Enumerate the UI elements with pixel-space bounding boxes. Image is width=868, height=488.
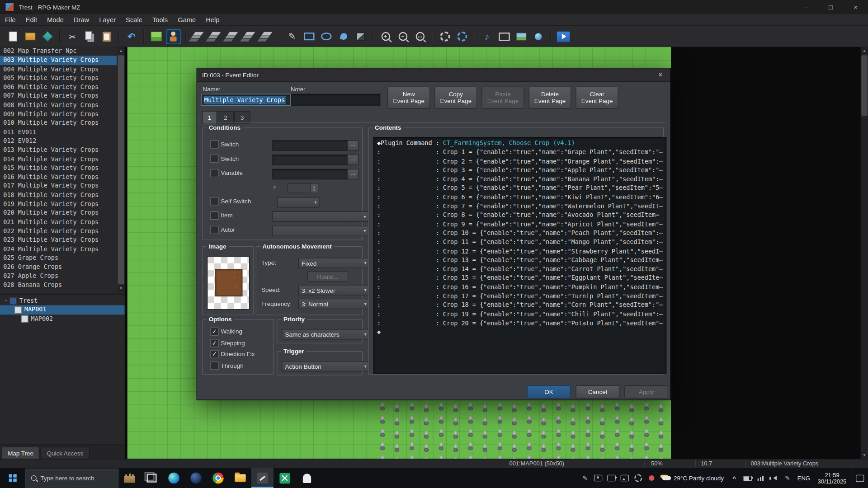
event-list-item[interactable]: 012 EV012 xyxy=(0,137,125,146)
command-continuation-line[interactable]: : : Crop 12 = {"enable":"true","name":"S… xyxy=(377,247,663,256)
touch-tray-button[interactable]: ✎ xyxy=(781,468,794,488)
layer-4-button[interactable] xyxy=(259,29,274,44)
trigger-dropdown[interactable]: Action Button▾ xyxy=(282,361,369,371)
command-continuation-line[interactable]: : : Crop 10 = {"enable":"true","name":"P… xyxy=(377,229,663,238)
scroll-down-icon[interactable]: ▼ xyxy=(118,285,125,292)
event-list-item[interactable]: 006 Multiple Variety Crops xyxy=(0,83,125,92)
event-list-item[interactable]: 008 Multiple Variety Crops xyxy=(0,101,125,110)
switch2-field[interactable] xyxy=(272,155,348,165)
taskbar-search[interactable]: Type here to search xyxy=(25,469,118,488)
resource-manager-button[interactable] xyxy=(514,29,528,44)
cancel-button[interactable]: Cancel xyxy=(576,385,619,399)
title-bar[interactable]: Trest - RPG Maker MZ – □ × xyxy=(0,0,868,14)
route-button[interactable]: Route... xyxy=(307,271,349,282)
command-continuation-line[interactable]: : : Crop 2 = {"enable":"true","name":"Or… xyxy=(377,157,663,166)
delete-event-page-button[interactable]: Delete Event Page xyxy=(528,87,571,109)
clear-event-page-button[interactable]: Clear Event Page xyxy=(576,87,618,109)
event-list-item[interactable]: 013 Multiple Variety Crops xyxy=(0,146,125,155)
layer-3-button[interactable] xyxy=(242,29,257,44)
menu-item[interactable]: Edit xyxy=(21,14,42,26)
ellipse-tool-button[interactable] xyxy=(319,29,334,44)
command-continuation-line[interactable]: : : Crop 20 = {"enable":"true","name":"P… xyxy=(377,319,663,328)
maximize-button[interactable]: □ xyxy=(818,0,843,14)
event-list-scrollbar[interactable]: ▲ ▼ xyxy=(117,47,124,293)
name-input[interactable]: Multiple Variety Crops xyxy=(202,94,291,106)
paste-button[interactable] xyxy=(99,29,114,44)
open-project-button[interactable] xyxy=(23,29,38,44)
flood-fill-tool-button[interactable] xyxy=(336,29,351,44)
switch2-browse-button[interactable]: ⋯ xyxy=(347,155,359,165)
event-mode-button[interactable] xyxy=(166,29,181,44)
sidebar-tab[interactable]: Map Tree xyxy=(2,446,40,459)
rpg-maker-taskbar-button[interactable] xyxy=(251,468,274,488)
self-switch-dropdown[interactable]: ▾ xyxy=(277,197,319,207)
event-list-item[interactable]: 019 Multiple Variety Crops xyxy=(0,200,125,209)
pencil-tool-button[interactable]: ✎ xyxy=(284,29,299,44)
language-indicator[interactable]: ENG xyxy=(794,475,813,482)
map-tree-item-map002[interactable]: MAP002 xyxy=(0,314,125,324)
pen-tray-button[interactable]: ✎ xyxy=(578,468,591,488)
event-list-item[interactable]: 004 Multiple Variety Crops xyxy=(0,65,125,74)
start-button[interactable] xyxy=(0,468,25,488)
command-continuation-line[interactable]: : : Crop 13 = {"enable":"true","name":"C… xyxy=(377,256,663,265)
scroll-up-icon[interactable]: ▲ xyxy=(861,47,868,55)
event-list-item[interactable]: 010 Multiple Variety Crops xyxy=(0,119,125,128)
priority-dropdown[interactable]: Same as characters▾ xyxy=(282,329,369,339)
globe-app-button[interactable] xyxy=(185,468,207,488)
show-hidden-icons-button[interactable]: ^ xyxy=(728,468,741,488)
plugin-command-line[interactable]: ◆Plugin Command : CT_FarmingSystem, Choo… xyxy=(377,139,663,148)
event-list-item[interactable]: 016 Multiple Variety Crops xyxy=(0,173,125,182)
map-vertical-scrollbar[interactable]: ▲ ▼ xyxy=(860,47,868,460)
scroll-up-icon[interactable]: ▲ xyxy=(118,47,125,55)
task-view-button[interactable] xyxy=(141,468,163,488)
switch1-browse-button[interactable]: ⋯ xyxy=(347,140,359,150)
command-continuation-line[interactable]: : : Crop 17 = {"enable":"true","name":"T… xyxy=(377,292,663,301)
menu-item[interactable]: File xyxy=(0,14,21,26)
variable-checkbox[interactable]: ✓ xyxy=(210,169,218,177)
sound-test-button[interactable]: ♪ xyxy=(479,29,494,44)
event-list-item[interactable]: 024 Multiple Variety Crops xyxy=(0,245,125,254)
event-list-item[interactable]: 014 Multiple Variety Crops xyxy=(0,155,125,164)
event-image-picker[interactable] xyxy=(207,256,250,310)
switch1-field[interactable] xyxy=(272,140,348,150)
option-row[interactable]: ✓ Direction Fix xyxy=(203,349,274,360)
rectangle-tool-button[interactable] xyxy=(302,29,316,44)
option-row[interactable]: ✓ Through xyxy=(203,360,274,371)
menu-item[interactable]: Scale xyxy=(121,14,147,26)
volume-tray-button[interactable] xyxy=(768,468,781,488)
event-list-item[interactable]: 025 Grape Crops xyxy=(0,254,125,263)
event-list-item[interactable]: 003 Multiple Variety Crops xyxy=(0,56,125,65)
event-list-item[interactable]: 021 Multiple Variety Crops xyxy=(0,218,125,227)
action-center-button[interactable] xyxy=(851,468,868,488)
map-tree-item-map001[interactable]: MAP001 xyxy=(0,305,125,314)
command-continuation-line[interactable]: : : Crop 3 = {"enable":"true","name":"Ap… xyxy=(377,166,663,175)
undo-button[interactable]: ↶ xyxy=(124,29,139,44)
scrollbar-thumb[interactable] xyxy=(118,55,124,284)
event-list-item[interactable]: 018 Multiple Variety Crops xyxy=(0,191,125,200)
event-list-item[interactable]: 027 Apple Crops xyxy=(0,272,125,281)
cut-button[interactable]: ✂ xyxy=(65,29,80,44)
excel-button[interactable] xyxy=(274,468,296,488)
event-list-item[interactable]: 009 Multiple Variety Crops xyxy=(0,110,125,119)
command-continuation-line[interactable]: : : Crop 19 = {"enable":"true","name":"C… xyxy=(377,310,663,319)
item-dropdown[interactable]: ▾ xyxy=(272,211,368,222)
scroll-down-icon[interactable]: ▼ xyxy=(861,451,868,459)
menu-item[interactable]: Help xyxy=(201,14,224,26)
sidebar-tab[interactable]: Quick Access xyxy=(41,446,90,459)
scrollbar-thumb[interactable] xyxy=(861,55,867,116)
weather-widget[interactable]: 29°C Partly cloudy xyxy=(658,475,728,482)
note-input[interactable] xyxy=(291,94,380,106)
map-mode-button[interactable] xyxy=(149,29,164,44)
event-list-item[interactable]: 028 Banana Crops xyxy=(0,281,125,290)
command-continuation-line[interactable]: : : Crop 11 = {"enable":"true","name":"M… xyxy=(377,238,663,247)
database-button[interactable] xyxy=(454,29,469,44)
command-continuation-line[interactable]: : : Crop 6 = {"enable":"true","name":"Ki… xyxy=(377,193,663,202)
new-event-page-button[interactable]: New Event Page xyxy=(387,87,430,109)
event-list-item[interactable]: 026 Orange Crops xyxy=(0,263,125,272)
layer-1-button[interactable] xyxy=(208,29,223,44)
variable-browse-button[interactable]: ⋯ xyxy=(347,169,359,179)
event-list-item[interactable]: 017 Multiple Variety Crops xyxy=(0,182,125,191)
network-tray-button[interactable] xyxy=(754,468,767,488)
command-continuation-line[interactable]: : : Crop 9 = {"enable":"true","name":"Ap… xyxy=(377,220,663,229)
command-end-marker[interactable]: ◆ xyxy=(377,328,663,337)
